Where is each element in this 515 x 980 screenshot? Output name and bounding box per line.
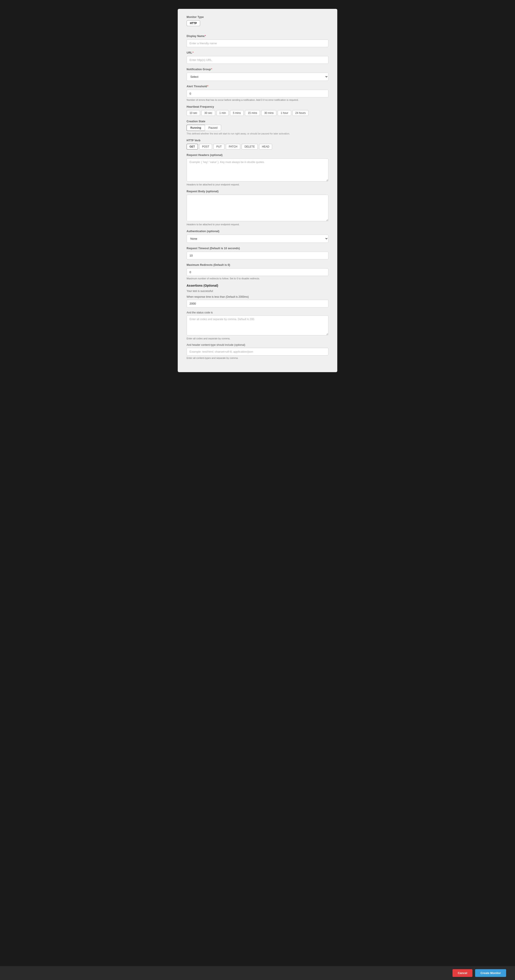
- status-code-subsection: And the status code is Enter all codes a…: [187, 311, 328, 340]
- freq-30mins[interactable]: 30 mins: [261, 110, 276, 116]
- freq-24hours[interactable]: 24 hours: [292, 110, 309, 116]
- monitor-type-section: Monitor Type HTTP: [187, 16, 328, 30]
- url-label: URL*: [187, 51, 328, 54]
- request-body-textarea[interactable]: [187, 195, 328, 221]
- response-time-input[interactable]: [187, 300, 328, 307]
- freq-10sec[interactable]: 10 sec: [187, 110, 200, 116]
- heartbeat-frequency-label: Heartbeat Frequency: [187, 105, 328, 108]
- verb-post[interactable]: POST: [199, 144, 212, 150]
- response-time-label: When response time is less than (Default…: [187, 295, 328, 298]
- monitor-type-label: Monitor Type: [187, 16, 328, 19]
- creation-state-label: Creation State: [187, 120, 328, 123]
- monitor-type-button[interactable]: HTTP: [187, 21, 200, 26]
- state-running-button[interactable]: Running: [187, 125, 205, 131]
- create-monitor-button[interactable]: Create Monitor: [475, 969, 506, 977]
- alert-threshold-input[interactable]: [187, 90, 328, 97]
- heartbeat-frequency-section: Heartbeat Frequency 10 sec 30 sec 1 min …: [187, 105, 328, 116]
- creation-state-section: Creation State Running Paused This defin…: [187, 120, 328, 135]
- verb-patch[interactable]: PATCH: [226, 144, 240, 150]
- creation-state-hint: This defined whether the test will start…: [187, 132, 328, 135]
- display-name-section: Display Name*: [187, 35, 328, 47]
- verb-delete[interactable]: DELETE: [242, 144, 258, 150]
- assertions-subtext: Your test is successful:: [187, 290, 328, 293]
- verb-head[interactable]: HEAD: [259, 144, 272, 150]
- request-body-helper: Headers to be attached to your endpoint …: [187, 223, 328, 226]
- assertions-section: Assertions (Optional) Your test is succe…: [187, 284, 328, 359]
- notification-group-select[interactable]: Select Group 1 Group 2: [187, 73, 328, 81]
- maximum-redirects-section: Maximum Redirects (Default is 0) Maximum…: [187, 263, 328, 280]
- notification-group-section: Notification Group* Select Group 1 Group…: [187, 68, 328, 81]
- http-verb-label: HTTP Verb: [187, 139, 328, 142]
- content-type-label: And header content-type should include (…: [187, 344, 328, 347]
- response-time-subsection: When response time is less than (Default…: [187, 295, 328, 307]
- alert-threshold-label: Alert Threshold*: [187, 85, 328, 88]
- creation-state-group: Running Paused: [187, 125, 328, 131]
- request-headers-helper: Headers to be attached to your endpoint …: [187, 183, 328, 186]
- request-timeout-section: Request Timeout (Default is 10 seconds): [187, 247, 328, 259]
- cancel-button[interactable]: Cancel: [453, 969, 473, 977]
- authentication-select[interactable]: None Basic Auth Bearer Token: [187, 235, 328, 243]
- state-paused-button[interactable]: Paused: [205, 125, 222, 131]
- display-name-input[interactable]: [187, 40, 328, 47]
- http-verb-section: HTTP Verb GET POST PUT PATCH DELETE HEAD: [187, 139, 328, 150]
- request-body-section: Request Body (optional) Headers to be at…: [187, 190, 328, 226]
- form-container: Monitor Type HTTP Display Name* URL* Not…: [178, 9, 337, 372]
- footer-bar: Cancel Create Monitor: [0, 966, 515, 980]
- request-headers-textarea[interactable]: [187, 158, 328, 181]
- verb-put[interactable]: PUT: [214, 144, 225, 150]
- verb-get[interactable]: GET: [187, 144, 198, 150]
- request-timeout-label: Request Timeout (Default is 10 seconds): [187, 247, 328, 250]
- request-headers-section: Request Headers (optional) Headers to be…: [187, 154, 328, 186]
- maximum-redirects-helper: Maximum number of redirects to follow. S…: [187, 277, 328, 280]
- alert-threshold-section: Alert Threshold* Number of errors that h…: [187, 85, 328, 101]
- content-type-subsection: And header content-type should include (…: [187, 344, 328, 359]
- content-type-input[interactable]: [187, 348, 328, 356]
- freq-30sec[interactable]: 30 sec: [201, 110, 215, 116]
- heartbeat-frequency-group: 10 sec 30 sec 1 min 5 mins 15 mins 30 mi…: [187, 110, 328, 116]
- maximum-redirects-label: Maximum Redirects (Default is 0): [187, 263, 328, 266]
- freq-1hour[interactable]: 1 hour: [277, 110, 291, 116]
- status-code-helper: Enter all codes and separate by comma.: [187, 337, 328, 340]
- status-code-textarea[interactable]: [187, 315, 328, 336]
- freq-5mins[interactable]: 5 mins: [230, 110, 244, 116]
- url-section: URL*: [187, 51, 328, 64]
- request-body-label: Request Body (optional): [187, 190, 328, 193]
- freq-1min[interactable]: 1 min: [217, 110, 229, 116]
- status-code-label: And the status code is: [187, 311, 328, 314]
- freq-15mins[interactable]: 15 mins: [245, 110, 260, 116]
- request-timeout-input[interactable]: [187, 251, 328, 259]
- assertions-heading: Assertions (Optional): [187, 284, 328, 287]
- maximum-redirects-input[interactable]: [187, 268, 328, 276]
- authentication-label: Authentication (optional): [187, 230, 328, 233]
- notification-group-label: Notification Group*: [187, 68, 328, 71]
- url-input[interactable]: [187, 56, 328, 64]
- alert-threshold-helper: Number of errors that has to occur befor…: [187, 99, 328, 101]
- display-name-label: Display Name*: [187, 35, 328, 38]
- http-verb-group: GET POST PUT PATCH DELETE HEAD: [187, 144, 328, 150]
- content-type-helper: Enter all content-types and separate by …: [187, 356, 328, 359]
- authentication-section: Authentication (optional) None Basic Aut…: [187, 230, 328, 243]
- request-headers-label: Request Headers (optional): [187, 154, 328, 157]
